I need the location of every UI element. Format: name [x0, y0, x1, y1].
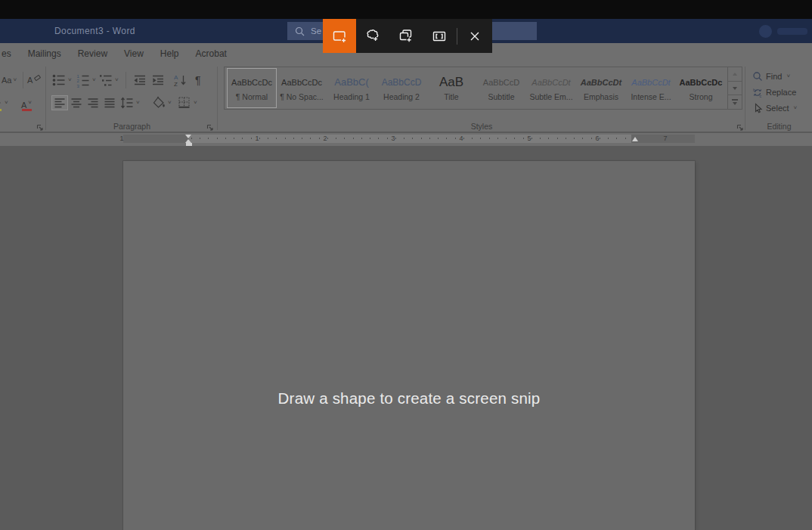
close-icon: [467, 29, 482, 44]
gallery-scroll-up-button[interactable]: [728, 67, 742, 82]
chevron-down-icon: ˅: [92, 77, 96, 83]
svg-text:3: 3: [77, 84, 80, 88]
ribbon-tab[interactable]: es: [2, 48, 11, 59]
style-preview: AaBbCcD: [377, 73, 426, 92]
find-icon: [752, 71, 763, 82]
search-text: Se: [311, 26, 321, 36]
right-indent-marker[interactable]: [632, 137, 638, 141]
snip-overlay-message: Draw a shape to create a screen snip: [123, 389, 695, 408]
justify-button[interactable]: [103, 95, 116, 110]
first-line-indent-marker[interactable]: [185, 135, 191, 138]
separator: [126, 72, 126, 88]
editing-group-label: Editing: [746, 122, 812, 131]
avatar: [759, 25, 772, 38]
font-dialog-launcher[interactable]: [36, 123, 44, 132]
styles-group-label: Styles: [218, 122, 745, 131]
increase-indent-button[interactable]: [151, 73, 165, 88]
select-button[interactable]: Select ˅: [752, 101, 797, 115]
window-snip-icon: [397, 27, 415, 45]
style-item[interactable]: AaBbC( Heading 1: [327, 68, 377, 108]
shading-button[interactable]: ˅: [151, 95, 172, 110]
align-left-button[interactable]: [51, 95, 68, 110]
paragraph-dialog-launcher[interactable]: [206, 123, 214, 132]
style-label: Subtle Em...: [527, 92, 575, 101]
paragraph-group: ˅ 1 2 3 ˅ ˅: [47, 64, 217, 132]
ribbon-tab[interactable]: Help: [160, 48, 179, 59]
style-item[interactable]: AaBbCcDt Emphasis: [576, 68, 626, 108]
numbering-icon: 1 2 3: [76, 73, 91, 88]
chevron-down-icon: ˅: [194, 100, 197, 106]
multilevel-list-icon: [98, 73, 113, 88]
style-label: ¶ No Spac...: [277, 92, 326, 101]
titlebar-decoration: [777, 28, 807, 35]
show-formatting-button[interactable]: ¶: [195, 73, 201, 88]
decrease-indent-button[interactable]: [133, 73, 147, 88]
ruler-band: 11234567: [123, 135, 695, 143]
document-canvas[interactable]: Draw a shape to create a screen snip: [0, 146, 812, 530]
select-label: Select: [766, 104, 789, 113]
style-item[interactable]: AaBbCcDc ¶ No Spac...: [277, 68, 327, 108]
borders-button[interactable]: ˅: [177, 95, 197, 110]
align-center-button[interactable]: [70, 95, 83, 110]
freeform-snip-button[interactable]: [356, 19, 389, 53]
window-title: Document3 - Word: [54, 19, 135, 43]
clear-formatting-button[interactable]: A: [27, 73, 41, 88]
style-label: Heading 1: [327, 92, 376, 101]
group-separator: [217, 67, 218, 130]
ribbon-tab[interactable]: Review: [78, 48, 107, 59]
style-item[interactable]: AaBbCcDc Strong: [676, 68, 726, 108]
find-button[interactable]: Find ˅: [752, 69, 790, 83]
style-label: Heading 2: [377, 92, 426, 101]
align-center-icon: [70, 96, 83, 110]
style-item[interactable]: AaBbCcDt Intense E...: [626, 68, 676, 108]
styles-gallery: AaBbCcDc ¶ Normal AaBbCcDc ¶ No Spac... …: [224, 67, 742, 110]
increase-indent-icon: [151, 73, 165, 87]
chevron-up-icon: [733, 73, 737, 76]
sort-icon: A Z: [172, 73, 188, 88]
style-item[interactable]: AaB Title: [426, 68, 476, 108]
numbering-button[interactable]: 1 2 3 ˅: [76, 73, 96, 88]
line-spacing-button[interactable]: ˅: [119, 95, 140, 110]
styles-group: AaBbCcDc ¶ Normal AaBbCcDc ¶ No Spac... …: [218, 64, 745, 132]
line-spacing-icon: [119, 95, 135, 110]
style-item[interactable]: AaBbCcD Heading 2: [377, 68, 426, 108]
bullets-button[interactable]: ˅: [51, 73, 72, 88]
font-color-icon: A: [21, 98, 26, 108]
close-snip-button[interactable]: [458, 19, 491, 53]
window-snip-button[interactable]: [389, 19, 423, 53]
ribbon-tab[interactable]: Acrobat: [196, 48, 227, 59]
styles-dialog-launcher[interactable]: [736, 123, 744, 132]
highlight-icon: [0, 97, 3, 109]
chevron-down-icon: ˅: [28, 100, 32, 106]
pilcrow-icon: ¶: [195, 75, 201, 85]
fullscreen-snip-icon: [430, 27, 448, 45]
align-right-button[interactable]: [86, 95, 100, 110]
rectangular-snip-button[interactable]: [323, 19, 356, 53]
chevron-down-icon: ˅: [786, 73, 790, 79]
ruler-number: 1: [255, 135, 259, 143]
style-item[interactable]: AaBbCcDt Subtle Em...: [526, 68, 576, 108]
snip-toolbar: [323, 19, 492, 53]
fullscreen-snip-button[interactable]: [423, 19, 456, 53]
chevron-down-icon: [733, 87, 737, 90]
ruler-number: 4: [459, 135, 463, 143]
chevron-down-icon: [733, 102, 737, 105]
sort-button[interactable]: A Z: [172, 73, 188, 88]
chevron-down-icon: ˅: [115, 77, 119, 83]
style-label: Strong: [677, 92, 725, 101]
gallery-more-button[interactable]: [728, 95, 742, 109]
style-item[interactable]: AaBbCcD Subtitle: [476, 68, 526, 108]
decrease-indent-icon: [133, 73, 147, 87]
replace-button[interactable]: b c Replace: [752, 85, 796, 99]
gallery-scroll-down-button[interactable]: [728, 82, 742, 96]
multilevel-list-button[interactable]: ˅: [98, 73, 119, 88]
font-color-button[interactable]: A ˅: [21, 95, 32, 110]
style-item[interactable]: AaBbCcDc ¶ Normal: [227, 68, 277, 108]
chevron-down-icon: ˅: [794, 105, 798, 111]
ribbon-tab[interactable]: Mailings: [28, 48, 61, 59]
style-preview: AaBbCcDt: [527, 73, 575, 92]
ribbon-tab[interactable]: View: [124, 48, 144, 59]
justify-icon: [103, 96, 116, 110]
highlight-color-button[interactable]: ˅: [0, 95, 8, 110]
change-case-button[interactable]: Aa ˅: [2, 73, 17, 88]
